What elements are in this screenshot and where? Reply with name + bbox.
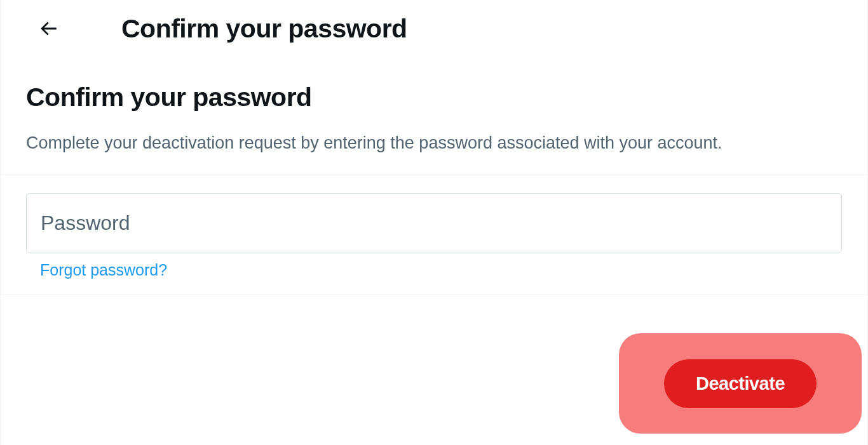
arrow-left-icon [37, 18, 59, 39]
forgot-password-link[interactable]: Forgot password? [26, 261, 167, 279]
form-section: Forgot password? [1, 175, 867, 295]
password-input[interactable] [41, 211, 827, 235]
section-title: Confirm your password [1, 63, 867, 131]
divider [1, 295, 867, 295]
password-input-wrapper [26, 193, 842, 253]
back-button[interactable] [32, 13, 64, 44]
header-row: Confirm your password [1, 0, 867, 63]
deactivate-highlight: Deactivate [619, 333, 862, 434]
confirm-password-panel: Confirm your password Confirm your passw… [0, 0, 868, 445]
page-title: Confirm your password [121, 14, 407, 44]
section-description: Complete your deactivation request by en… [1, 131, 867, 175]
deactivate-button[interactable]: Deactivate [664, 359, 817, 408]
